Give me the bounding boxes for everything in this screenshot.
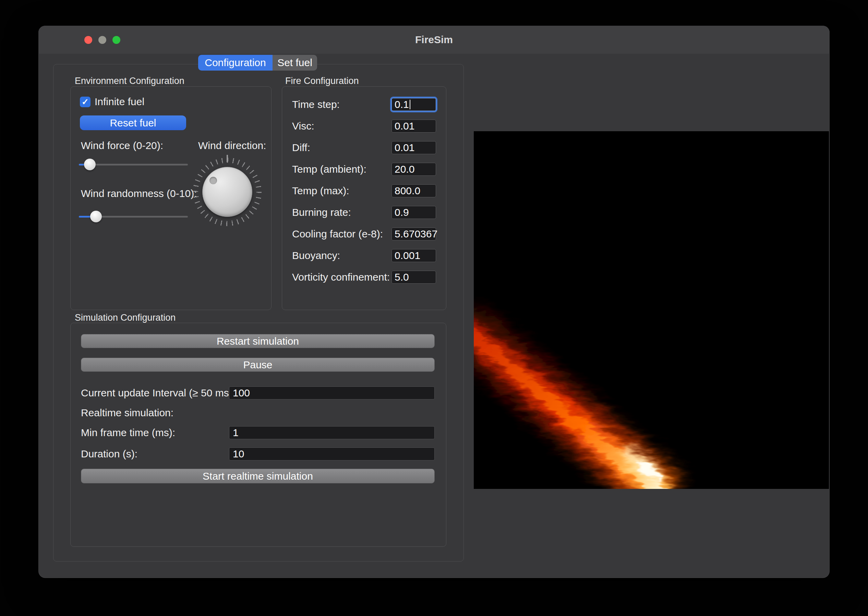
fire-group-title: Fire Configuration	[285, 75, 359, 86]
reset-fuel-button[interactable]: Reset fuel	[80, 115, 186, 130]
window-title: FireSim	[38, 26, 830, 54]
wind-randomness-label: Wind randomness (0-10):	[81, 187, 197, 200]
input-value: 20.0	[395, 163, 414, 175]
start-realtime-simulation-button[interactable]: Start realtime simulation	[81, 469, 435, 483]
visc-input[interactable]: 0.01	[391, 119, 436, 133]
wind-randomness-slider-handle[interactable]	[90, 211, 102, 222]
visc-label: Visc:	[292, 120, 314, 132]
infinite-fuel-label: Infinite fuel	[95, 96, 144, 108]
realtime-simulation-label: Realtime simulation:	[81, 407, 173, 419]
temp-ambient-label: Temp (ambient):	[292, 163, 367, 175]
firesim-window: FireSim Configuration Set fuel Environme…	[38, 26, 830, 578]
fire-render	[474, 131, 829, 489]
time-step-input[interactable]: 0.1	[391, 98, 436, 111]
burning-rate-label: Burning rate:	[292, 207, 351, 218]
duration-label: Duration (s):	[81, 448, 137, 460]
field-row: Burning rate: 0.9	[292, 206, 436, 219]
duration-row: Duration (s): 10	[81, 448, 435, 460]
dial-knob[interactable]	[202, 167, 252, 217]
time-step-label: Time step:	[292, 99, 340, 110]
field-row: Temp (ambient): 20.0	[292, 163, 436, 176]
input-value: 0.001	[395, 250, 420, 261]
sim-group-title: Simulation Configuration	[75, 312, 175, 323]
desktop: FireSim Configuration Set fuel Environme…	[0, 0, 868, 616]
input-value: 10	[233, 448, 244, 460]
pause-button[interactable]: Pause	[81, 358, 435, 372]
input-value: 0.9	[395, 207, 409, 218]
input-value: 5.670367	[395, 228, 438, 240]
diff-label: Diff:	[292, 142, 310, 154]
simulation-viewport[interactable]	[474, 131, 829, 489]
temp-max-input[interactable]: 800.0	[391, 184, 436, 197]
buoyancy-input[interactable]: 0.001	[391, 249, 436, 262]
burning-rate-input[interactable]: 0.9	[391, 206, 436, 219]
input-value: 0.01	[395, 120, 414, 132]
min-frame-time-input[interactable]: 1	[229, 426, 435, 439]
field-row: Cooling factor (e-8): 5.670367	[292, 228, 436, 240]
min-frame-time-row: Min frame time (ms): 1	[81, 426, 435, 439]
vorticity-input[interactable]: 5.0	[391, 271, 436, 284]
cooling-factor-label: Cooling factor (e-8):	[292, 228, 383, 240]
vorticity-label: Vorticity confinement:	[292, 271, 390, 283]
temp-ambient-input[interactable]: 20.0	[391, 163, 436, 176]
tab-configuration[interactable]: Configuration	[198, 55, 273, 71]
min-frame-time-label: Min frame time (ms):	[81, 426, 175, 439]
field-row: Visc: 0.01	[292, 119, 436, 133]
input-value: 5.0	[395, 271, 409, 283]
update-interval-input[interactable]: 100	[229, 387, 435, 399]
wind-force-label: Wind force (0-20):	[81, 140, 163, 152]
wind-force-slider[interactable]	[79, 158, 188, 171]
input-value: 0.01	[395, 142, 414, 154]
update-interval-row: Current update Interval (≥ 50 ms): 100	[81, 387, 435, 399]
dial-top-marker	[227, 155, 228, 162]
temp-max-label: Temp (max):	[292, 185, 349, 196]
infinite-fuel-checkbox[interactable]: ✓	[80, 97, 90, 107]
wind-force-slider-handle[interactable]	[84, 159, 96, 170]
field-row: Buoyancy: 0.001	[292, 249, 436, 262]
wind-randomness-slider[interactable]	[79, 211, 188, 223]
env-group-title: Environment Configuration	[75, 75, 184, 86]
wind-direction-dial[interactable]	[193, 157, 262, 226]
field-row: Vorticity confinement: 5.0	[292, 271, 436, 284]
buoyancy-label: Buoyancy:	[292, 250, 340, 261]
update-interval-label: Current update Interval (≥ 50 ms):	[81, 387, 235, 399]
input-value: 100	[233, 387, 250, 399]
tab-set-fuel[interactable]: Set fuel	[273, 55, 317, 71]
field-row: Temp (max): 800.0	[292, 184, 436, 197]
field-row: Diff: 0.01	[292, 141, 436, 154]
input-value: 0.1	[395, 99, 409, 110]
input-value: 1	[233, 427, 239, 438]
titlebar: FireSim	[38, 26, 830, 54]
check-icon: ✓	[82, 97, 89, 107]
duration-input[interactable]: 10	[229, 448, 435, 460]
diff-input[interactable]: 0.01	[391, 141, 436, 154]
restart-simulation-button[interactable]: Restart simulation	[81, 334, 435, 348]
field-row: Time step: 0.1	[292, 98, 436, 111]
input-value: 800.0	[395, 185, 420, 196]
text-caret	[410, 100, 410, 109]
dial-indicator-dot	[210, 177, 217, 184]
wind-direction-label: Wind direction:	[198, 140, 266, 152]
cooling-factor-input[interactable]: 5.670367	[391, 228, 436, 240]
